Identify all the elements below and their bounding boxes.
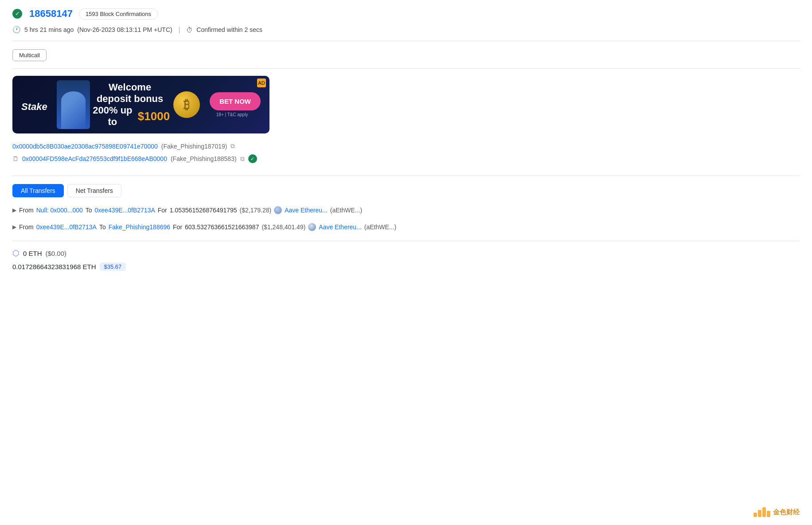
fee-badge: $35.67 [100, 262, 126, 271]
ad-headline2: 200% up to [90, 105, 135, 128]
transfers-section: All Transfers Net Transfers ▶ From Null:… [12, 184, 800, 233]
eth-icon: ⬡ [12, 248, 20, 258]
tab-all-transfers[interactable]: All Transfers [12, 184, 64, 197]
ad-text-block: Welcome deposit bonus 200% up to $1000 [90, 82, 170, 128]
transfer1-from-link[interactable]: Null: 0x000...000 [36, 207, 83, 214]
separator: | [179, 26, 180, 33]
to-address-label: (Fake_Phishing188583) [171, 155, 237, 162]
copy-to-icon[interactable]: ⧉ [240, 155, 245, 163]
success-icon: ✓ [12, 9, 22, 19]
transfer1-usd: ($2,179.28) [240, 207, 272, 214]
ad-coin-icon: ₿ [173, 91, 200, 118]
ad-highlight: $1000 [138, 110, 170, 123]
transfer1-amount: 1.053561526876491795 [170, 207, 237, 214]
verified-icon: ✓ [248, 154, 257, 163]
ad-person-image [57, 80, 90, 129]
eth-value-row: ⬡ 0 ETH ($0.00) [12, 248, 800, 258]
transfer2-from-link[interactable]: 0xee439E...0fB2713A [36, 223, 97, 231]
ad-btn-container: BET NOW 18+ | T&C apply [203, 92, 261, 117]
ad-logo: · Stake [21, 97, 57, 113]
from-address-label: (Fake_Phishing187019) [161, 143, 227, 150]
ad-close-icon[interactable]: AD [257, 78, 266, 87]
to-address-link[interactable]: 0x00004FD598eAcFda276553cdf9f1bE668eAB00… [22, 155, 167, 162]
eth-amount: 0 ETH [23, 250, 42, 257]
multicall-badge[interactable]: Multicall [12, 49, 47, 61]
eth-usd: ($0.00) [46, 250, 67, 257]
multicall-row: Multicall [12, 49, 800, 69]
expand-icon-1[interactable]: ▶ [12, 207, 16, 213]
transfer-row-2: ▶ From 0xee439E...0fB2713A To Fake_Phish… [12, 221, 800, 233]
value-section: ⬡ 0 ETH ($0.00) 0.01728664323831968 ETH … [12, 248, 800, 271]
transfer1-to-link[interactable]: 0xee439E...0fB2713A [95, 207, 155, 214]
from-address-link[interactable]: 0x0000db5c8B030ae20308ac975898E09741e700… [12, 143, 158, 150]
transfer1-ticker: (aEthWE...) [330, 207, 362, 214]
ad-banner: AD · Stake Welcome deposit bonus 200% up… [12, 76, 269, 133]
header-row: ✓ 18658147 1593 Block Confirmations [12, 8, 800, 20]
fee-row: 0.01728664323831968 ETH $35.67 [12, 262, 800, 271]
ad-sub-text: 18+ | T&C apply [216, 112, 248, 117]
from-address-row: 0x0000db5c8B030ae20308ac975898E09741e700… [12, 142, 800, 150]
ad-bet-now-button[interactable]: BET NOW [210, 92, 261, 110]
transfer2-amount: 603.532763661521663987 [185, 223, 259, 231]
address-section: 0x0000db5c8B030ae20308ac975898E09741e700… [12, 142, 800, 176]
time-ago: 5 hrs 21 mins ago [24, 26, 74, 33]
tab-net-transfers[interactable]: Net Transfers [67, 184, 121, 197]
tab-row: All Transfers Net Transfers [12, 184, 800, 197]
clock-icon: 🕐 [12, 26, 21, 34]
ad-headline1: Welcome deposit bonus [90, 82, 170, 105]
token-icon-1 [274, 206, 282, 214]
tx-hash-link[interactable]: 18658147 [29, 8, 73, 20]
transfer2-usd: ($1,248,401.49) [262, 223, 305, 231]
page-wrapper: ✓ 18658147 1593 Block Confirmations 🕐 5 … [0, 0, 812, 283]
confirmed-text: Confirmed within 2 secs [196, 26, 262, 33]
divider [12, 241, 800, 241]
token-icon-2 [308, 223, 316, 231]
time-datetime: (Nov-26-2023 08:13:11 PM +UTC) [77, 26, 172, 33]
confirmations-badge: 1593 Block Confirmations [79, 8, 158, 20]
transfer2-to-link[interactable]: Fake_Phishing188696 [109, 223, 170, 231]
time-row: 🕐 5 hrs 21 mins ago (Nov-26-2023 08:13:1… [12, 26, 800, 41]
expand-icon-2[interactable]: ▶ [12, 224, 16, 230]
fee-eth: 0.01728664323831968 ETH [12, 263, 96, 270]
to-address-row: 🗒 0x00004FD598eAcFda276553cdf9f1bE668eAB… [12, 154, 800, 163]
file-icon: 🗒 [12, 155, 19, 162]
transfer2-token-link[interactable]: Aave Ethereu... [319, 223, 362, 231]
clock2-icon: ⏱ [186, 26, 193, 34]
transfer2-ticker: (aEthWE...) [364, 223, 396, 231]
transfer-row-1: ▶ From Null: 0x000...000 To 0xee439E...0… [12, 204, 800, 216]
transfer1-token-link[interactable]: Aave Ethereu... [285, 207, 328, 214]
copy-from-icon[interactable]: ⧉ [230, 142, 235, 150]
